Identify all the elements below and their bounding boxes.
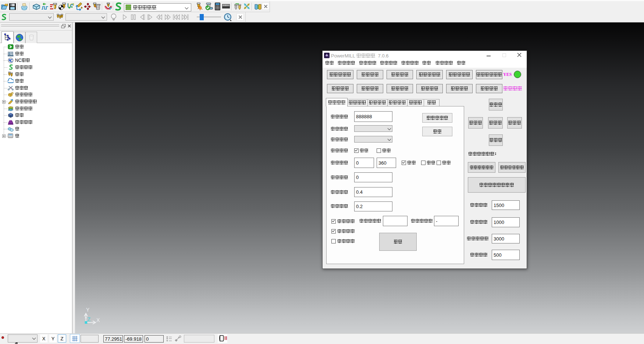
svg-text:Y: Y <box>86 307 90 313</box>
svg-text:Z: Z <box>88 316 91 322</box>
svg-text:X: X <box>96 317 100 323</box>
